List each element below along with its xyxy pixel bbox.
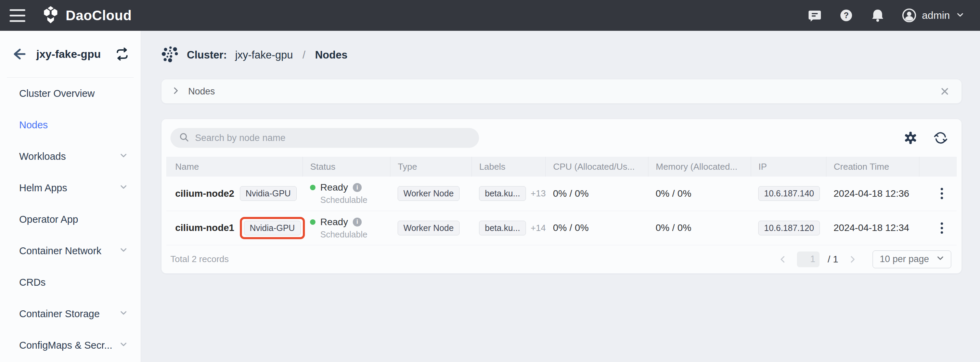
sidebar-nav: Cluster Overview Nodes Workloads Helm Ap… — [0, 78, 141, 361]
highlight-box: Nvidia-GPU — [240, 217, 305, 239]
table-row: cilium-node2 Nvidia-GPU Ready i Schedula… — [166, 176, 957, 211]
topbar: DaoCloud ? — [0, 0, 980, 31]
hamburger-menu-button[interactable] — [10, 9, 25, 22]
ip-tag: 10.6.187.120 — [758, 221, 820, 235]
cluster-icon — [162, 46, 179, 64]
column-header-type: Type — [390, 157, 471, 176]
pagination: / 1 10 per page — [777, 251, 951, 268]
column-header-name: Name — [166, 157, 302, 176]
creation-time: 2024-04-18 12:36 — [826, 176, 919, 211]
gpu-tag: Nvidia-GPU — [244, 221, 301, 235]
status-dot — [310, 185, 315, 190]
sidebar-item-container-storage[interactable]: Container Storage — [0, 298, 141, 330]
cluster-title: jxy-fake-gpu — [36, 48, 115, 60]
table-toolbar — [166, 128, 957, 148]
breadcrumb-cluster-name[interactable]: jxy-fake-gpu — [235, 49, 293, 61]
chevron-right-icon — [171, 86, 181, 97]
gpu-tag: Nvidia-GPU — [240, 186, 297, 201]
column-header-cpu: CPU (Allocated/Us... — [546, 157, 648, 176]
nodes-table: Name Status Type Labels CPU (Allocated/U… — [166, 157, 957, 245]
page-size-select[interactable]: 10 per page — [873, 251, 951, 268]
settings-gear-button[interactable] — [904, 131, 918, 145]
status-dot — [310, 219, 315, 225]
table-footer: Total 2 records / 1 10 per page — [166, 245, 957, 273]
label-more-count[interactable]: +14 — [531, 223, 546, 233]
next-page-button[interactable] — [846, 254, 858, 265]
breadcrumb-current: Nodes — [315, 49, 348, 61]
memory-value: 0% / 0% — [648, 176, 751, 211]
user-menu[interactable]: admin — [902, 8, 965, 22]
type-tag: Worker Node — [398, 186, 460, 201]
chevron-down-icon — [119, 245, 128, 257]
column-header-actions — [919, 157, 957, 176]
chevron-down-icon — [936, 254, 945, 265]
app-window: DaoCloud ? — [0, 0, 980, 362]
sidebar-item-operator-app[interactable]: Operator App — [0, 203, 141, 235]
breadcrumb: Cluster: jxy-fake-gpu / Nodes — [162, 31, 961, 79]
close-button[interactable] — [940, 86, 950, 97]
page-input[interactable] — [797, 251, 819, 267]
breadcrumb-separator: / — [302, 49, 305, 61]
help-icon[interactable]: ? — [839, 8, 853, 22]
table-header-row: Name Status Type Labels CPU (Allocated/U… — [166, 157, 957, 176]
breadcrumb-cluster-label: Cluster: — [187, 49, 227, 61]
switch-cluster-button[interactable] — [115, 47, 129, 61]
search-box — [170, 128, 479, 148]
cpu-value: 0% / 0% — [546, 211, 648, 245]
creation-time: 2024-04-18 12:34 — [826, 211, 919, 245]
sidebar-item-configmaps-secrets[interactable]: ConfigMaps & Secr... — [0, 330, 141, 361]
svg-text:?: ? — [844, 11, 849, 20]
node-name: cilium-node1 — [175, 222, 234, 233]
row-actions-button[interactable] — [927, 220, 957, 237]
sidebar-item-helm-apps[interactable]: Helm Apps — [0, 172, 141, 203]
total-records: Total 2 records — [170, 254, 229, 265]
brand[interactable]: DaoCloud — [42, 6, 132, 25]
search-input[interactable] — [195, 133, 471, 143]
user-avatar-icon — [902, 8, 916, 22]
notification-bell-icon[interactable] — [870, 8, 885, 22]
panel-title: Nodes — [188, 86, 215, 97]
chevron-down-icon — [119, 182, 128, 194]
prev-page-button[interactable] — [777, 254, 789, 265]
nodes-panel-toggle[interactable]: Nodes — [162, 79, 961, 103]
ip-tag: 10.6.187.140 — [758, 186, 820, 201]
page-total: / 1 — [828, 254, 838, 265]
chevron-down-icon — [955, 10, 965, 21]
message-icon[interactable] — [808, 8, 822, 22]
table-row: cilium-node1 Nvidia-GPU Ready i — [166, 211, 957, 245]
daocloud-logo-icon — [42, 6, 60, 25]
chevron-down-icon — [119, 308, 128, 320]
brand-name: DaoCloud — [66, 8, 132, 23]
label-tag[interactable]: beta.ku... — [479, 221, 526, 235]
topbar-actions: ? admin — [808, 8, 965, 22]
column-header-ip: IP — [751, 157, 826, 176]
row-actions-button[interactable] — [927, 185, 957, 202]
column-header-status: Status — [302, 157, 390, 176]
schedulable-text: Schedulable — [320, 195, 390, 205]
nodes-card: Name Status Type Labels CPU (Allocated/U… — [162, 119, 961, 273]
sidebar-item-cluster-overview[interactable]: Cluster Overview — [0, 78, 141, 109]
refresh-button[interactable] — [934, 131, 948, 145]
sidebar-item-crds[interactable]: CRDs — [0, 267, 141, 298]
back-arrow-button[interactable] — [11, 46, 27, 62]
label-tag[interactable]: beta.ku... — [479, 186, 526, 201]
node-name: cilium-node2 — [175, 188, 234, 199]
sidebar: jxy-fake-gpu Cluster Overview Nodes Work… — [0, 31, 141, 362]
sidebar-item-workloads[interactable]: Workloads — [0, 141, 141, 172]
schedulable-text: Schedulable — [320, 230, 390, 240]
sidebar-header: jxy-fake-gpu — [0, 31, 141, 77]
cpu-value: 0% / 0% — [546, 176, 648, 211]
label-more-count[interactable]: +13 — [531, 188, 546, 199]
info-icon[interactable]: i — [353, 183, 362, 192]
username: admin — [922, 10, 950, 21]
info-icon[interactable]: i — [353, 218, 362, 227]
content-area: Cluster: jxy-fake-gpu / Nodes Nodes — [141, 31, 980, 362]
chevron-down-icon — [119, 151, 128, 162]
column-header-creation-time: Creation Time — [826, 157, 919, 176]
column-header-memory: Memory (Allocated... — [648, 157, 751, 176]
sidebar-item-nodes[interactable]: Nodes — [0, 109, 141, 141]
sidebar-item-container-network[interactable]: Container Network — [0, 235, 141, 267]
status-text: Ready — [320, 182, 348, 193]
status-text: Ready — [320, 217, 348, 227]
search-icon — [179, 132, 189, 144]
